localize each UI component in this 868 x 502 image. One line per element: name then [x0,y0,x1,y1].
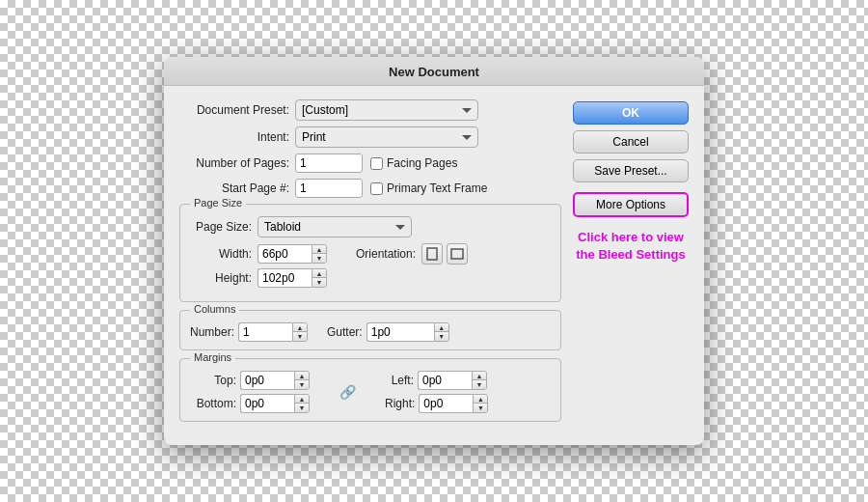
intent-select[interactable]: Print [295,126,478,148]
gutter-label: Gutter: [327,325,363,339]
cancel-button[interactable]: Cancel [573,130,689,153]
right-label: Right: [385,397,415,410]
columns-number-label: Number: [190,325,234,339]
new-document-dialog: New Document Document Preset: [Custom] I… [164,57,704,445]
width-label: Width: [190,247,258,261]
num-pages-input[interactable] [295,153,363,173]
left-label: Left: [385,374,414,387]
top-up-btn[interactable]: ▲ [295,372,309,380]
more-options-button[interactable]: More Options [573,192,689,217]
height-label: Height: [190,271,258,285]
margins-section-label: Margins [190,351,235,363]
page-size-label: Page Size: [190,220,258,234]
columns-up-btn[interactable]: ▲ [293,323,307,332]
left-up-btn[interactable]: ▲ [473,372,486,380]
facing-pages-checkbox[interactable] [370,157,383,170]
link-icon[interactable]: 🔗 [339,383,356,401]
gutter-input[interactable] [366,322,434,342]
ok-button[interactable]: OK [573,101,689,125]
page-size-section-label: Page Size [190,197,246,209]
bleed-hint: Click here to view the Bleed Settings [573,229,689,264]
orientation-label: Orientation: [356,247,416,261]
left-input[interactable] [418,371,472,390]
top-label: Top: [190,374,236,387]
gutter-down-btn[interactable]: ▼ [435,332,448,341]
columns-number-input[interactable] [238,322,292,342]
document-preset-label: Document Preset: [179,103,295,117]
save-preset-button[interactable]: Save Preset... [573,159,689,182]
left-down-btn[interactable]: ▼ [473,380,486,389]
height-input[interactable] [258,268,312,288]
start-page-label: Start Page #: [179,181,295,195]
width-input[interactable] [258,244,312,264]
page-size-select[interactable]: Tabloid [258,216,412,237]
gutter-up-btn[interactable]: ▲ [435,323,448,332]
primary-text-frame-label: Primary Text Frame [387,181,487,195]
width-down-btn[interactable]: ▼ [312,254,326,263]
bottom-label: Bottom: [190,397,236,410]
right-up-btn[interactable]: ▲ [474,395,487,404]
primary-text-frame-checkbox[interactable] [370,182,383,195]
height-up-btn[interactable]: ▲ [312,269,326,278]
top-down-btn[interactable]: ▼ [295,380,309,389]
start-page-input[interactable] [295,179,363,198]
bottom-down-btn[interactable]: ▼ [295,404,309,412]
num-pages-label: Number of Pages: [179,156,295,170]
right-input[interactable] [419,394,473,413]
columns-down-btn[interactable]: ▼ [293,332,307,341]
right-down-btn[interactable]: ▼ [474,404,487,412]
columns-section-label: Columns [190,303,239,315]
document-preset-select[interactable]: [Custom] [295,99,478,121]
bottom-up-btn[interactable]: ▲ [295,395,309,404]
svg-rect-1 [451,249,463,259]
width-up-btn[interactable]: ▲ [312,245,326,254]
svg-rect-0 [427,248,437,260]
top-input[interactable] [240,371,294,390]
dialog-title: New Document [164,57,704,86]
height-down-btn[interactable]: ▼ [312,278,326,287]
landscape-btn[interactable] [447,243,468,265]
bottom-input[interactable] [240,394,294,413]
portrait-btn[interactable] [421,243,443,265]
intent-label: Intent: [179,130,295,144]
facing-pages-label: Facing Pages [387,156,457,170]
